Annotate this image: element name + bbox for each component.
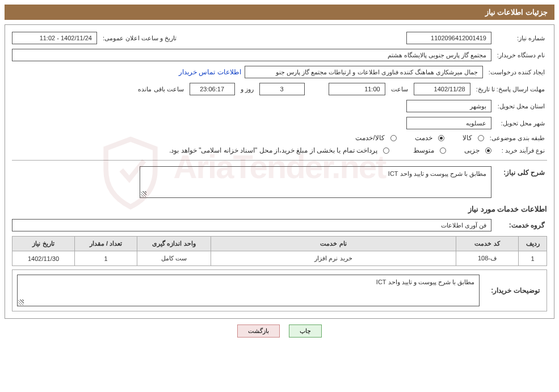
buyer-desc-text: مطابق با شرح پیوست و تایید واحد ICT <box>376 279 474 285</box>
services-table: ردیف کد خدمت نام خدمت واحد اندازه گیری ت… <box>12 236 547 266</box>
category-label: طبقه بندی موضوعی: <box>487 134 547 142</box>
pt-partial: جزیی <box>464 146 480 154</box>
th-date: تاریخ نیاز <box>12 237 75 251</box>
buyer-desc-label: توضیحات خریدار: <box>484 270 547 311</box>
buyer-label: نام دستگاه خریدار: <box>495 52 547 59</box>
need-no-label: شماره نیاز: <box>495 35 547 42</box>
deadline-time: 11:00 <box>329 83 385 95</box>
overall-desc-textarea[interactable]: مطابق با شرح پیوست و تایید واحد ICT <box>140 166 491 198</box>
services-info-title: اطلاعات خدمات مورد نیاز <box>12 205 547 213</box>
page-header: جزئیات اطلاعات نیاز <box>5 5 554 20</box>
pt-medium: متوسط <box>413 146 434 154</box>
divider <box>12 160 547 161</box>
contact-buyer-link[interactable]: اطلاعات تماس خریدار <box>179 68 241 76</box>
requester-value: جمال میرشکاری هماهنگ کننده فناوری اطلاعا… <box>245 66 483 78</box>
row-overall-desc: شرح کلی نیاز: مطابق با شرح پیوست و تایید… <box>12 166 547 198</box>
purchase-type-label: نوع فرآیند خرید : <box>495 147 547 154</box>
table-row: 1 ف-108 خرید نرم افزار ست کامل 1 1402/11… <box>12 251 547 266</box>
service-group-label: گروه خدمت: <box>495 221 547 229</box>
th-qty: تعداد / مقدار <box>75 237 137 251</box>
buyer-value: مجتمع گاز پارس جنوبی پالایشگاه هشتم <box>12 49 491 61</box>
time-remaining-suffix: ساعت باقی مانده <box>136 86 186 93</box>
row-buyer: نام دستگاه خریدار: مجتمع گاز پارس جنوبی … <box>12 49 547 61</box>
cell-unit: ست کامل <box>137 251 211 266</box>
days-and-text: روز و <box>238 86 256 93</box>
cell-name: خرید نرم افزار <box>211 251 456 266</box>
announce-dt-label: تاریخ و ساعت اعلان عمومی: <box>100 35 179 42</box>
resize-grip-icon[interactable] <box>141 191 146 197</box>
deadline-date: 1402/11/28 <box>414 83 470 95</box>
row-category: طبقه بندی موضوعی: کالا خدمت کالا/خدمت <box>12 134 547 142</box>
cell-date: 1402/11/30 <box>12 251 75 266</box>
th-unit: واحد اندازه گیری <box>137 237 211 251</box>
service-group-value: فن آوری اطلاعات <box>12 219 491 231</box>
row-deadline: مهلت ارسال پاسخ: تا تاریخ: 1402/11/28 سا… <box>12 83 547 95</box>
back-button[interactable]: بازگشت <box>237 324 280 338</box>
province-value: بوشهر <box>406 100 491 112</box>
deadline-label: مهلت ارسال پاسخ: تا تاریخ: <box>474 86 547 93</box>
row-service-group: گروه خدمت: فن آوری اطلاعات <box>12 219 547 231</box>
header-title: جزئیات اطلاعات نیاز <box>485 8 548 16</box>
row-city: شهر محل تحویل: عسلویه <box>12 117 547 129</box>
cat-service: خدمت <box>415 134 432 142</box>
cell-qty: 1 <box>75 251 137 266</box>
th-code: کد خدمت <box>456 237 519 251</box>
radio-payment-note[interactable] <box>383 147 389 154</box>
days-remaining: 3 <box>259 83 305 95</box>
time-label: ساعت <box>389 86 410 93</box>
overall-desc-text: مطابق با شرح پیوست و تایید واحد ICT <box>388 170 486 177</box>
buyer-desc-textarea[interactable]: مطابق با شرح پیوست و تایید واحد ICT <box>17 275 480 306</box>
overall-desc-label: شرح کلی نیاز: <box>495 166 547 176</box>
radio-service[interactable] <box>438 135 444 141</box>
need-no-value: 1102096412001419 <box>406 32 491 44</box>
radio-goods[interactable] <box>478 135 484 141</box>
print-button[interactable]: چاپ <box>289 324 322 338</box>
requester-label: ایجاد کننده درخواست: <box>486 69 547 76</box>
radio-goods-service[interactable] <box>390 135 397 141</box>
city-label: شهر محل تحویل: <box>495 120 547 127</box>
buttons-row: چاپ بازگشت <box>0 324 559 338</box>
cat-goods-service: کالا/خدمت <box>355 134 384 142</box>
cat-goods: کالا <box>463 134 472 142</box>
main-panel: شماره نیاز: 1102096412001419 تاریخ و ساع… <box>5 24 554 319</box>
payment-note: پرداخت تمام یا بخشی از مبلغ خرید،از محل … <box>169 146 377 154</box>
row-province: استان محل تحویل: بوشهر <box>12 100 547 112</box>
city-value: عسلویه <box>406 117 491 129</box>
radio-partial[interactable] <box>485 147 491 154</box>
row-purchase-type: نوع فرآیند خرید : جزیی متوسط پرداخت تمام… <box>12 146 547 154</box>
cell-row: 1 <box>519 251 547 266</box>
row-requester: ایجاد کننده درخواست: جمال میرشکاری هماهن… <box>12 66 547 78</box>
resize-grip-icon[interactable] <box>18 300 24 305</box>
cell-code: ف-108 <box>456 251 519 266</box>
row-need-no: شماره نیاز: 1102096412001419 تاریخ و ساع… <box>12 32 547 44</box>
buyer-desc-container: توضیحات خریدار: مطابق با شرح پیوست و تای… <box>12 269 547 311</box>
radio-medium[interactable] <box>440 147 446 154</box>
announce-dt-value: 1402/11/24 - 11:02 <box>12 32 97 44</box>
province-label: استان محل تحویل: <box>495 103 547 110</box>
table-header-row: ردیف کد خدمت نام خدمت واحد اندازه گیری ت… <box>12 237 547 251</box>
time-remaining: 23:06:17 <box>190 83 235 95</box>
th-name: نام خدمت <box>211 237 456 251</box>
th-row: ردیف <box>519 237 547 251</box>
